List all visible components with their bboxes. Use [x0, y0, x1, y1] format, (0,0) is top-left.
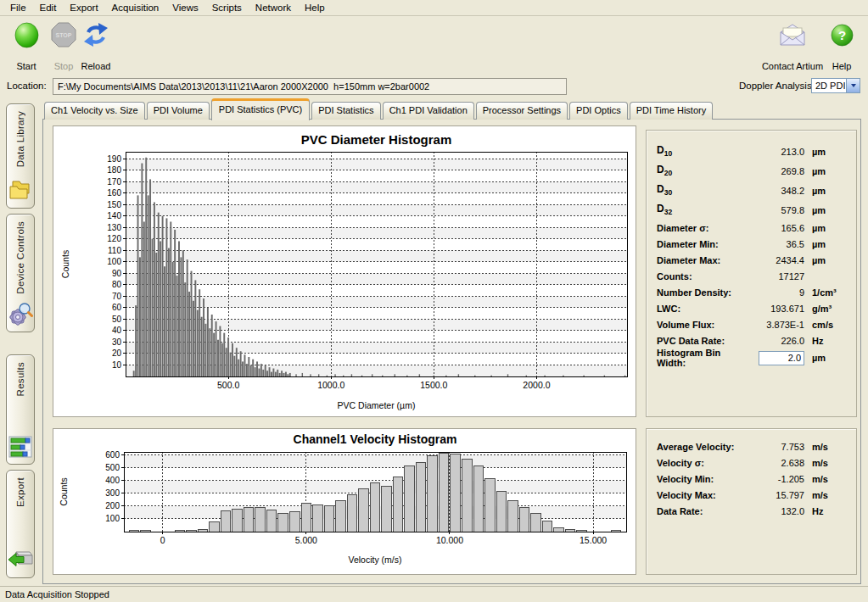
- reload-button[interactable]: Reload: [76, 20, 115, 71]
- pvc-stat-row: D30348.2µm: [657, 181, 846, 200]
- export-arrow-icon: [8, 548, 33, 573]
- doppler-analysis-label: Doppler Analysis:: [739, 81, 815, 91]
- sidebar-item-data-library[interactable]: Data Library: [6, 103, 35, 209]
- velocity-stat-row: Velocity Max:15.797m/s: [657, 487, 846, 503]
- status-bar: Data Acquisition Stopped: [0, 586, 868, 602]
- help-button[interactable]: ?Help: [825, 20, 859, 71]
- svg-text:90: 90: [112, 269, 122, 278]
- menu-export[interactable]: Export: [63, 1, 104, 14]
- svg-text:110: 110: [108, 246, 121, 255]
- stop-icon: STOP: [51, 20, 76, 49]
- start-button[interactable]: Start: [7, 20, 46, 71]
- menu-file[interactable]: File: [3, 1, 33, 14]
- svg-text:160: 160: [107, 188, 121, 198]
- help-icon: ?: [831, 20, 854, 49]
- velocity-stat-row: Velocity Min:-1.205m/s: [657, 471, 846, 487]
- svg-text:600: 600: [105, 450, 120, 460]
- velocity-histogram-svg: 10020030040050060005.00010.00015.000Chan…: [53, 429, 636, 574]
- svg-text:1000.0: 1000.0: [317, 380, 344, 390]
- svg-text:300: 300: [105, 488, 120, 498]
- pvc-stat-row: Diameter Max:2434.4µm: [657, 252, 846, 268]
- svg-text:?: ?: [837, 28, 845, 42]
- svg-text:100: 100: [107, 257, 121, 266]
- tab-pdi-statistics[interactable]: PDI Statistics: [311, 102, 380, 120]
- velocity-stat-row: Average Velocity:7.753m/s: [657, 438, 846, 454]
- velocity-histogram-chart: 10020030040050060005.00010.00015.000Chan…: [53, 428, 636, 575]
- application-window: FileEditExportAcquisitionViewsScriptsNet…: [0, 0, 868, 602]
- menu-help[interactable]: Help: [298, 1, 332, 14]
- pvc-stat-row: Volume Flux:3.873E-1cm/s: [657, 316, 846, 332]
- svg-text:Counts: Counts: [59, 477, 69, 505]
- svg-text:120: 120: [107, 234, 121, 243]
- svg-text:5.000: 5.000: [295, 535, 317, 545]
- sidebar-item-results[interactable]: Results: [6, 354, 35, 465]
- svg-text:100: 100: [105, 514, 120, 523]
- tab-pdi-volume[interactable]: PDI Volume: [147, 102, 210, 120]
- svg-text:Channel1 Velocity Histogram: Channel1 Velocity Histogram: [294, 432, 457, 446]
- menu-bar: FileEditExportAcquisitionViewsScriptsNet…: [0, 0, 868, 16]
- svg-text:1500.0: 1500.0: [420, 380, 447, 390]
- results-chart-icon: [8, 436, 32, 460]
- doppler-analysis-value: 2D PDI: [812, 81, 846, 91]
- device-controls-icon: [8, 302, 33, 327]
- menu-acquisition[interactable]: Acquisition: [105, 1, 166, 14]
- pvc-stat-row: D20269.8µm: [657, 161, 846, 181]
- svg-text:130: 130: [107, 223, 121, 232]
- velocity-stat-row: Velocity σ:2.638m/s: [657, 454, 846, 471]
- pvc-stat-row: Counts:17127: [657, 268, 846, 284]
- location-row: Location: Doppler Analysis: 2D PDI: [0, 78, 868, 95]
- contact-artium-button[interactable]: Contact Artium: [756, 20, 829, 71]
- svg-text:15.000: 15.000: [580, 535, 607, 545]
- chevron-down-icon[interactable]: [846, 79, 860, 92]
- pvc-statistics-panel: D10213.0µmD20269.8µmD30348.2µmD32579.8µm…: [646, 130, 857, 417]
- svg-text:0: 0: [160, 535, 165, 545]
- pvc-stat-row: Diameter Min:36.5µm: [657, 236, 846, 252]
- pvc-stat-row: D10213.0µm: [657, 142, 846, 161]
- pvc-stat-row: Diameter σ:165.6µm: [657, 220, 846, 236]
- svg-text:10: 10: [112, 360, 122, 370]
- svg-text:40: 40: [112, 326, 122, 335]
- start-icon: [14, 20, 40, 49]
- svg-text:200: 200: [105, 501, 120, 510]
- menu-scripts[interactable]: Scripts: [205, 1, 249, 14]
- svg-text:500: 500: [105, 463, 120, 472]
- menu-network[interactable]: Network: [249, 1, 298, 14]
- svg-text:PVC Diameter (µm): PVC Diameter (µm): [338, 400, 416, 410]
- svg-text:STOP: STOP: [56, 32, 72, 38]
- svg-text:140: 140: [107, 211, 121, 220]
- tab-ch1-pdi-validation[interactable]: Ch1 PDI Validation: [383, 102, 474, 120]
- tab-processor-settings[interactable]: Processor Settings: [476, 102, 568, 120]
- doppler-analysis-dropdown[interactable]: 2D PDI: [811, 78, 860, 93]
- sidebar-item-export[interactable]: Export: [6, 470, 35, 578]
- velocity-stat-row: Data Rate:132.0Hz: [657, 503, 846, 519]
- tab-pdi-time-history[interactable]: PDI Time History: [630, 102, 714, 120]
- pvc-stat-row: Histogram Bin Width:µm: [657, 348, 846, 367]
- tab-pdi-statistics-pvc[interactable]: PDI Statistics (PVC): [211, 98, 310, 120]
- svg-text:60: 60: [112, 303, 122, 312]
- svg-text:Velocity (m/s): Velocity (m/s): [348, 555, 401, 565]
- svg-text:400: 400: [105, 476, 120, 485]
- svg-text:2000.0: 2000.0: [523, 380, 550, 390]
- velocity-statistics-panel: Average Velocity:7.753m/sVelocity σ:2.63…: [646, 428, 857, 575]
- svg-text:10.000: 10.000: [436, 535, 463, 545]
- svg-text:150: 150: [107, 200, 121, 209]
- location-input[interactable]: [53, 78, 567, 95]
- histogram-bin-width-input[interactable]: [759, 351, 804, 365]
- svg-text:Counts: Counts: [60, 250, 70, 278]
- svg-text:30: 30: [112, 337, 122, 347]
- pvc-diameter-histogram-svg: 1020304050607080901001101201301401501601…: [53, 126, 636, 416]
- pvc-stat-row: PVC Data Rate:226.0Hz: [657, 332, 846, 348]
- menu-edit[interactable]: Edit: [33, 1, 64, 14]
- tab-pdi-optics[interactable]: PDI Optics: [569, 102, 628, 120]
- location-label: Location:: [7, 81, 47, 91]
- svg-text:PVC Diameter Histogram: PVC Diameter Histogram: [301, 132, 452, 147]
- tab-ch1-velocity-vs-size[interactable]: Ch1 Velocity vs. Size: [44, 102, 145, 120]
- tab-strip: Ch1 Velocity vs. SizePDI VolumePDI Stati…: [44, 98, 713, 120]
- envelope-icon: [777, 20, 808, 49]
- status-text: Data Acquisition Stopped: [5, 589, 109, 599]
- sidebar-item-device-controls[interactable]: Device Controls: [6, 214, 35, 332]
- pvc-diameter-histogram-chart: 1020304050607080901001101201301401501601…: [53, 125, 636, 417]
- svg-text:180: 180: [107, 165, 121, 175]
- pvc-stat-row: LWC:193.671g/m³: [657, 300, 846, 316]
- menu-views[interactable]: Views: [165, 1, 204, 14]
